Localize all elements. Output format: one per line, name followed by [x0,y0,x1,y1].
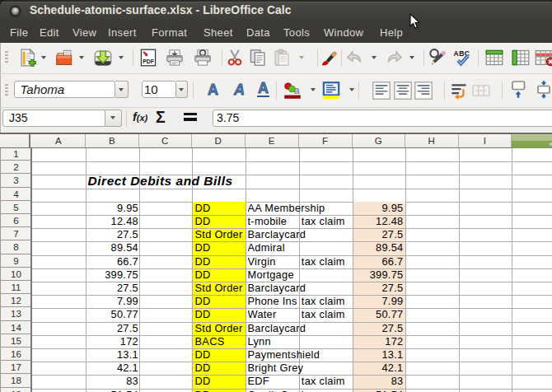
svg-text:PDF: PDF [143,58,154,64]
